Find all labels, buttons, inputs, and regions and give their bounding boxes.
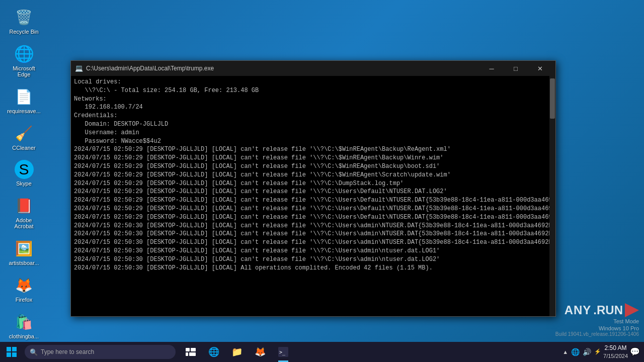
edge-label: Microsoft Edge [7,65,41,77]
taskbar-file-explorer[interactable]: 📁 [226,342,248,362]
anyrun-mode: Test Mode [613,318,639,324]
taskbar-system-icons: ▲ 🌐 🔊 ⚡ [562,348,601,356]
artistsboard-icon: 🖼️ [14,238,34,258]
adobe-icon: 📕 [14,196,34,216]
scrollbar-thumb[interactable] [550,78,555,119]
adobe-label: Adobe Acrobat [7,217,41,229]
anyrun-build: Build 19041.vb_release.191206-1406 [555,331,639,337]
desktop: 🗑️ Recycle Bin 🌐 Microsoft Edge 📄 requir… [0,0,644,362]
svg-rect-4 [12,352,17,357]
desktop-icon-adobe-acrobat[interactable]: 📕 Adobe Acrobat [5,194,43,231]
volume-icon[interactable]: 🔊 [583,348,591,356]
requiresave-label: requiresave... [7,108,41,114]
anyrun-os: Windows 10 Pro [599,325,639,331]
desktop-icon-artistsboard[interactable]: 🖼️ artistsboar... [5,236,43,268]
skype-icon: S [15,160,34,179]
cmd-titlebar: 💻 C:\Users\admin\AppData\Local\Temp\trum… [71,61,555,76]
artistsboard-label: artistsboar... [9,260,39,266]
desktop-icon-ccleaner[interactable]: 🧹 CCleaner [5,121,43,153]
svg-rect-6 [191,348,196,351]
battery-icon: ⚡ [594,348,601,355]
svg-marker-0 [625,303,639,317]
anyrun-logo: ANY .RUN [565,303,639,317]
svg-rect-7 [186,352,188,356]
edge-icon: 🌐 [14,44,34,64]
taskbar-search-box[interactable]: 🔍 Type here to search [25,345,176,359]
start-button[interactable] [0,342,23,362]
ccleaner-label: CCleaner [12,145,35,151]
desktop-icon-requiresave[interactable]: 📄 requiresave... [5,84,43,116]
clothingbag-icon: 🛍️ [14,312,34,332]
taskbar-firefox[interactable]: 🦊 [249,342,271,362]
desktop-icons-col1: 🗑️ Recycle Bin 🌐 Microsoft Edge 📄 requir… [5,5,43,362]
maximize-button[interactable]: □ [504,61,527,76]
recycle-bin-label: Recycle Bin [9,29,38,35]
cmd-window: 💻 C:\Users\admin\AppData\Local\Temp\trum… [70,60,556,317]
svg-rect-8 [189,352,196,356]
cmd-scrollbar[interactable] [549,76,555,316]
svg-rect-2 [12,347,17,351]
firefox-label: Firefox [16,297,33,303]
svg-rect-3 [7,352,11,357]
cmd-body: Local drives: \\?\C:\ - Total size: 254.… [71,76,555,316]
taskbar: 🔍 Type here to search 🌐 📁 🦊 >_ [0,342,644,362]
ccleaner-icon: 🧹 [14,123,34,143]
clothingbag-label: clothingba... [9,333,39,339]
svg-rect-5 [186,348,190,351]
chevron-icon[interactable]: ▲ [562,349,568,355]
desktop-icon-clothingbag[interactable]: 🛍️ clothingba... [5,310,43,341]
recycle-bin-icon: 🗑️ [14,7,34,27]
close-button[interactable]: ✕ [528,61,551,76]
cmd-title-text: C:\Users\admin\AppData\Local\Temp\trump.… [86,65,480,72]
skype-label: Skype [16,180,32,187]
network-icon: 🌐 [571,348,580,356]
taskbar-right: ▲ 🌐 🔊 ⚡ 2:50 AM 7/15/2024 💬 [562,344,644,359]
anyrun-text: ANY [565,303,592,317]
desktop-icon-firefox[interactable]: 🦊 Firefox [5,273,43,305]
window-controls: ─ □ ✕ [480,61,551,76]
cmd-content: Local drives: \\?\C:\ - Total size: 254.… [71,76,549,316]
taskbar-search-placeholder: Type here to search [41,348,171,355]
requiresave-icon: 📄 [14,86,34,107]
clock-time: 2:50 AM [603,344,628,352]
task-view-icon [186,348,196,356]
cmd-icon: >_ [278,347,288,357]
desktop-icon-recycle-bin[interactable]: 🗑️ Recycle Bin [5,5,43,37]
anyrun-watermark: ANY .RUN Test Mode Windows 10 Pro Build … [555,303,639,337]
cmd-title-icon: 💻 [75,64,83,72]
minimize-button[interactable]: ─ [480,61,503,76]
anyrun-play-icon [625,303,639,317]
windows-icon [7,347,17,357]
clock-date: 7/15/2024 [603,352,628,359]
taskbar-clock[interactable]: 2:50 AM 7/15/2024 [603,344,628,359]
desktop-icon-skype[interactable]: S Skype [5,158,43,189]
svg-rect-1 [7,347,11,351]
desktop-icon-edge[interactable]: 🌐 Microsoft Edge [5,42,43,79]
svg-text:>_: >_ [279,349,286,355]
firefox-icon: 🦊 [14,275,34,295]
taskbar-apps: 🌐 📁 🦊 >_ [180,342,294,362]
taskbar-edge[interactable]: 🌐 [203,342,225,362]
taskbar-search-icon: 🔍 [30,348,38,356]
taskbar-task-view[interactable] [180,342,202,362]
notification-icon[interactable]: 💬 [630,347,640,356]
taskbar-cmd[interactable]: >_ [272,342,294,362]
